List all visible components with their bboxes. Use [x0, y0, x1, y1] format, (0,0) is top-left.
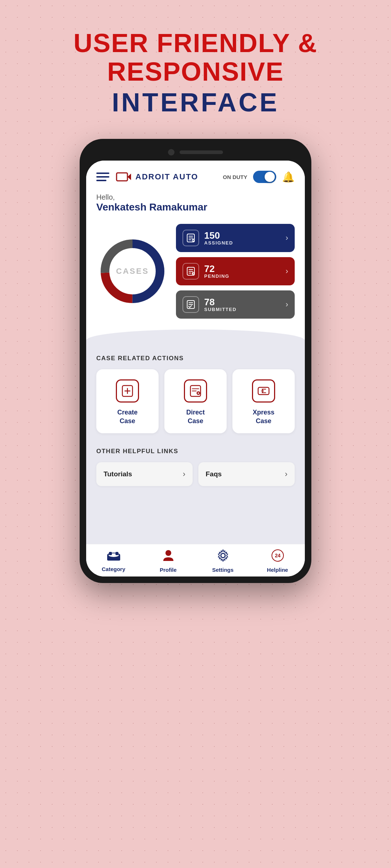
settings-label: Settings — [212, 567, 234, 573]
assigned-number: 150 — [204, 231, 286, 240]
phone-camera — [168, 149, 175, 156]
category-icon — [107, 549, 121, 564]
create-case-label: CreateCase — [117, 408, 138, 425]
donut-chart: CASES — [96, 235, 169, 307]
user-name: Venkatesh Ramakumar — [96, 201, 295, 213]
assigned-icon — [182, 230, 199, 246]
tutorials-link[interactable]: Tutorials › — [96, 462, 193, 486]
pending-icon — [182, 263, 199, 280]
logo-icon — [116, 170, 132, 184]
assigned-arrow: › — [286, 233, 288, 243]
nav-helpline[interactable]: 24 Helpline — [250, 549, 305, 573]
wave-bg — [86, 329, 305, 351]
assigned-label: ASSIGNED — [204, 240, 286, 246]
svg-point-36 — [165, 550, 171, 556]
svg-rect-34 — [109, 552, 112, 555]
svg-rect-0 — [117, 173, 127, 181]
submitted-card[interactable]: 78 SUBMITTED › — [176, 290, 295, 319]
assigned-card[interactable]: 150 ASSIGNED › — [176, 224, 295, 252]
action-cards: CreateCase — [96, 369, 295, 433]
submitted-label: SUBMITTED — [204, 307, 286, 312]
helpline-label: Helpline — [267, 567, 288, 573]
pending-number: 72 — [204, 264, 286, 273]
stats-cards: 150 ASSIGNED › — [176, 224, 295, 319]
phone-notch — [86, 149, 305, 156]
promo-line2: INTERFACE — [22, 88, 369, 117]
svg-rect-35 — [115, 552, 118, 555]
direct-case-icon — [184, 379, 207, 403]
promo-section: USER FRIENDLY & RESPONSIVE INTERFACE — [0, 0, 391, 132]
svg-point-37 — [221, 553, 225, 558]
create-case-card[interactable]: CreateCase — [96, 369, 159, 433]
profile-label: Profile — [160, 567, 177, 573]
stats-section: CASES — [86, 220, 305, 329]
faqs-label: Faqs — [206, 470, 222, 478]
tutorials-arrow: › — [183, 469, 185, 479]
phone-screen: ADROIT AUTO ON DUTY 🔔 Hello, Venkatesh R… — [86, 161, 305, 576]
direct-case-label: DirectCase — [186, 408, 205, 425]
toggle-knob — [265, 172, 275, 182]
donut-label: CASES — [116, 267, 149, 276]
svg-point-17 — [193, 274, 194, 275]
pending-card[interactable]: 72 PENDING › — [176, 257, 295, 285]
create-case-icon — [116, 379, 139, 403]
xpress-case-label: XpressCase — [253, 408, 274, 425]
faqs-arrow: › — [285, 469, 287, 479]
wave-divider — [86, 329, 305, 351]
submitted-arrow: › — [286, 300, 288, 309]
phone-speaker — [180, 150, 223, 154]
pending-arrow: › — [286, 267, 288, 276]
links-grid: Tutorials › Faqs › — [96, 462, 295, 486]
bell-icon[interactable]: 🔔 — [282, 171, 295, 183]
tutorials-label: Tutorials — [104, 470, 132, 478]
submitted-number: 78 — [204, 297, 286, 307]
app-header: ADROIT AUTO ON DUTY 🔔 — [86, 161, 305, 190]
pending-info: 72 PENDING — [204, 264, 286, 279]
pending-label: PENDING — [204, 273, 286, 279]
actions-title: CASE RELATED ACTIONS — [96, 355, 295, 362]
faqs-link[interactable]: Faqs › — [198, 462, 295, 486]
settings-icon — [217, 549, 229, 565]
welcome-section: Hello, Venkatesh Ramakumar — [86, 190, 305, 220]
submitted-icon — [182, 296, 199, 313]
promo-line1: USER FRIENDLY & RESPONSIVE — [22, 29, 369, 86]
on-duty-label: ON DUTY — [223, 174, 248, 180]
links-section: OTHER HELPFUL LINKS Tutorials › Faqs › — [86, 444, 305, 501]
submitted-info: 78 SUBMITTED — [204, 297, 286, 312]
direct-case-card[interactable]: DirectCase — [164, 369, 227, 433]
hamburger-menu[interactable] — [96, 173, 109, 181]
assigned-info: 150 ASSIGNED — [204, 231, 286, 246]
greeting-text: Hello, — [96, 193, 295, 201]
links-title: OTHER HELPFUL LINKS — [96, 448, 295, 455]
content-spacer — [86, 501, 305, 544]
svg-text:24: 24 — [275, 553, 281, 558]
logo-text: ADROIT AUTO — [135, 172, 198, 182]
nav-profile[interactable]: Profile — [141, 549, 196, 573]
actions-section: CASE RELATED ACTIONS CreateCase — [86, 351, 305, 444]
helpline-icon: 24 — [272, 549, 284, 565]
logo-area: ADROIT AUTO — [116, 170, 223, 184]
phone-frame: ADROIT AUTO ON DUTY 🔔 Hello, Venkatesh R… — [80, 139, 311, 583]
header-right: ON DUTY 🔔 — [223, 171, 295, 183]
duty-toggle[interactable] — [253, 171, 276, 183]
phone-wrapper: ADROIT AUTO ON DUTY 🔔 Hello, Venkatesh R… — [0, 132, 391, 605]
xpress-case-icon — [252, 379, 275, 403]
category-label: Category — [102, 566, 125, 572]
nav-category[interactable]: Category — [86, 549, 141, 573]
bottom-nav: Category Profile — [86, 544, 305, 576]
xpress-case-card[interactable]: XpressCase — [232, 369, 295, 433]
nav-settings[interactable]: Settings — [196, 549, 250, 573]
profile-icon — [163, 549, 174, 565]
